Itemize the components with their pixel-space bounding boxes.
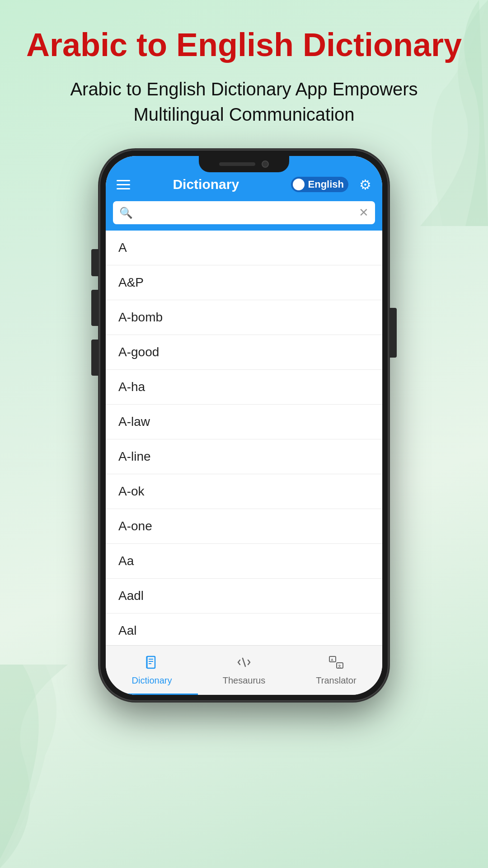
phone-screen: Dictionary English ⚙ 🔍 ✕ [106, 156, 382, 695]
phone-button-vol-up [91, 290, 99, 326]
settings-icon[interactable]: ⚙ [359, 177, 371, 193]
phone-notch [199, 156, 289, 172]
svg-rect-0 [147, 656, 155, 668]
word-list-item[interactable]: Aadl [106, 579, 382, 613]
language-label: English [308, 179, 344, 190]
word-list-item[interactable]: A-line [106, 439, 382, 474]
phone-button-mute [91, 249, 99, 276]
app-content: Dictionary English ⚙ 🔍 ✕ [106, 156, 382, 695]
notch-camera [262, 160, 269, 168]
phone-mockup: Dictionary English ⚙ 🔍 ✕ [99, 150, 389, 701]
language-toggle[interactable]: English [291, 177, 348, 192]
word-list-container: AA&PA-bombA-goodA-haA-lawA-lineA-okA-one… [106, 231, 382, 648]
svg-text:A: A [331, 658, 333, 662]
word-list-item[interactable]: A-bomb [106, 300, 382, 335]
search-input-wrapper[interactable]: 🔍 ✕ [113, 201, 375, 224]
search-icon: 🔍 [119, 207, 133, 219]
nav-active-indicator [106, 693, 198, 695]
page-subtitle: Arabic to English Dictionary App Empower… [0, 76, 488, 127]
word-list-item[interactable]: A [106, 231, 382, 265]
word-list-item[interactable]: A-ok [106, 474, 382, 509]
phone-button-vol-down [91, 340, 99, 376]
translator-nav-label: Translator [316, 675, 356, 686]
thesaurus-nav-label: Thesaurus [223, 675, 266, 686]
phone-button-power [389, 308, 397, 358]
search-bar: 🔍 ✕ [106, 197, 382, 231]
nav-item-translator[interactable]: A 文 Translator [290, 650, 382, 690]
app-header-title: Dictionary [128, 177, 284, 192]
word-list-item[interactable]: A-ha [106, 370, 382, 405]
word-list: AA&PA-bombA-goodA-haA-lawA-lineA-okA-one… [106, 231, 382, 695]
word-list-item[interactable]: A&P [106, 265, 382, 300]
nav-item-thesaurus[interactable]: Thesaurus [198, 650, 290, 690]
nav-item-dictionary[interactable]: Dictionary [106, 650, 198, 690]
search-input[interactable] [137, 207, 354, 219]
translator-nav-icon: A 文 [328, 655, 344, 674]
dictionary-nav-label: Dictionary [132, 675, 172, 686]
clear-icon[interactable]: ✕ [359, 206, 369, 220]
word-list-item[interactable]: Aal [106, 613, 382, 648]
notch-speaker [219, 162, 255, 166]
word-list-item[interactable]: A-good [106, 335, 382, 370]
word-list-item[interactable]: Aa [106, 544, 382, 579]
page-main-title: Arabic to English Dictionary [8, 27, 480, 63]
dictionary-nav-icon [144, 655, 160, 674]
toggle-indicator [293, 179, 305, 190]
svg-text:文: 文 [338, 664, 341, 668]
word-list-item[interactable]: A-law [106, 405, 382, 439]
thesaurus-nav-icon [236, 655, 252, 674]
bottom-navigation: Dictionary Thesaurus [106, 645, 382, 695]
word-list-item[interactable]: A-one [106, 509, 382, 544]
phone-frame: Dictionary English ⚙ 🔍 ✕ [99, 150, 389, 701]
